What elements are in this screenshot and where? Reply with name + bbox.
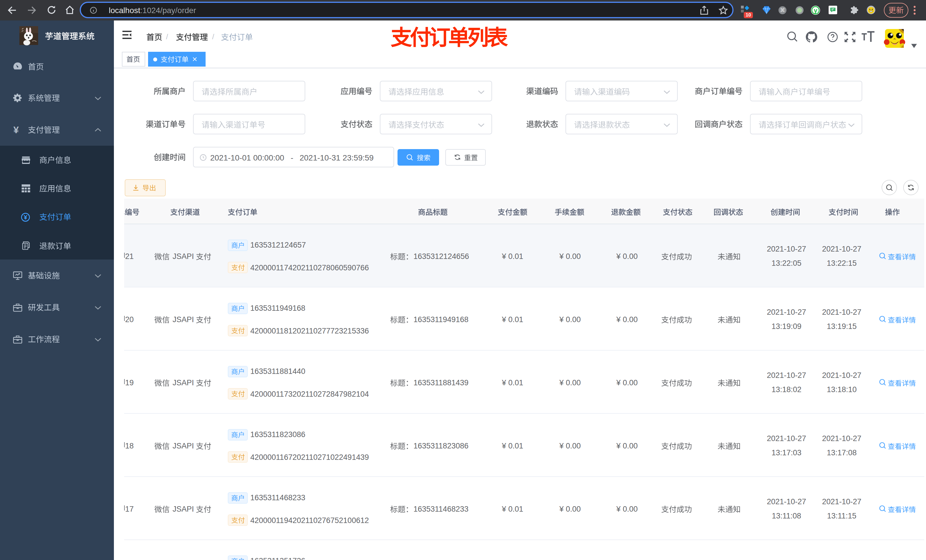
svg-text:⌘: ⌘ — [780, 7, 785, 13]
svg-text:y: y — [814, 6, 817, 14]
